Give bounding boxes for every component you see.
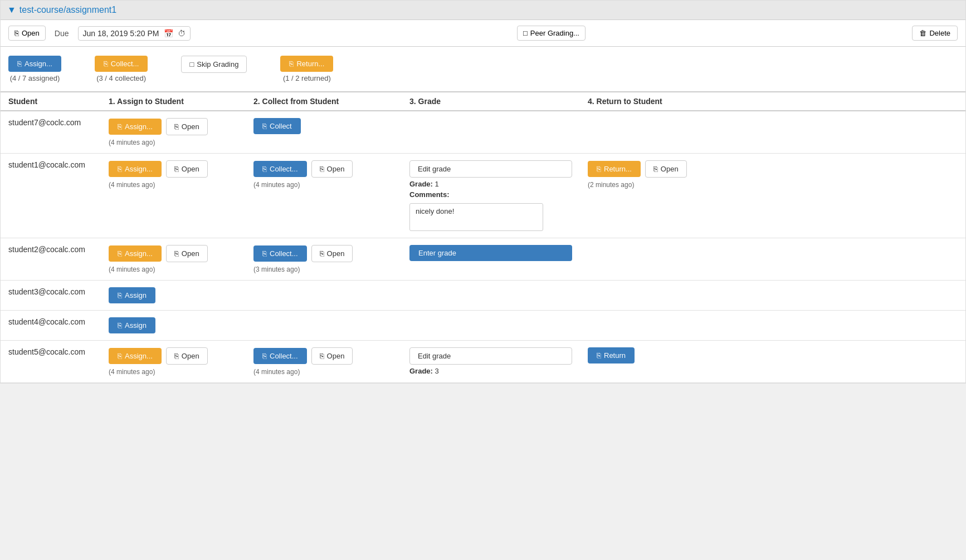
- assign-icon: ⎘: [118, 291, 122, 299]
- assign-button[interactable]: ⎘ Assign...: [109, 245, 162, 262]
- assign-button[interactable]: ⎘ Assign...: [109, 348, 162, 364]
- collect-time: (4 minutes ago): [253, 181, 394, 189]
- collect-button[interactable]: ⎘ Collect...: [253, 348, 307, 364]
- edit-grade-button[interactable]: Edit grade: [409, 160, 572, 178]
- assign-button[interactable]: ⎘ Assign...: [109, 119, 162, 135]
- breadcrumb-bar: ▼ test-course/assignment1: [1, 1, 965, 20]
- enter-grade-button[interactable]: Enter grade: [409, 245, 572, 261]
- grade-cell: Enter grade: [402, 238, 580, 281]
- open-button[interactable]: ⎘ Open: [8, 26, 46, 41]
- summary-return-sub: (1 / 2 returned): [283, 74, 331, 82]
- assign-cell: ⎘ Assign...⎘ Open(4 minutes ago): [101, 154, 246, 238]
- open-label: Open: [22, 29, 40, 37]
- collect-open-button[interactable]: ⎘ Open: [311, 245, 353, 262]
- assign-cell: ⎘ Assign: [101, 281, 246, 311]
- summary-return-button[interactable]: ⎘ Return...: [280, 56, 333, 72]
- toolbar-row: ⎘ Open Due Jun 18, 2019 5:20 PM 📅 ⏱ □ Pe…: [1, 20, 965, 47]
- open-icon: ⎘: [320, 352, 324, 360]
- collect-button[interactable]: ⎘ Collect: [253, 118, 301, 134]
- student-email: student2@cocalc.com: [1, 238, 101, 281]
- summary-assign-label: Assign...: [25, 60, 52, 68]
- due-label: Due: [55, 29, 69, 38]
- open-icon: ⎘: [174, 122, 179, 131]
- summary-assign-sub: (4 / 7 assigned): [10, 74, 60, 82]
- grade-value: Grade: 1: [409, 180, 572, 188]
- grade-cell: [402, 311, 580, 341]
- return-button[interactable]: ⎘ Return...: [588, 161, 641, 177]
- table-row: student1@cocalc.com⎘ Assign...⎘ Open(4 m…: [1, 154, 965, 238]
- return-icon: ⎘: [289, 60, 294, 68]
- grade-value: Grade: 3: [409, 367, 572, 375]
- table-row: student4@cocalc.com⎘ Assign: [1, 311, 965, 341]
- assign-open-button[interactable]: ⎘ Open: [166, 160, 208, 178]
- assign-icon: ⎘: [118, 165, 122, 173]
- collect-cell: [246, 311, 402, 341]
- assign-button[interactable]: ⎘ Assign: [109, 317, 155, 333]
- return-time: (2 minutes ago): [588, 181, 958, 189]
- open-icon: ⎘: [14, 29, 19, 37]
- peer-grading-button[interactable]: □ Peer Grading...: [517, 26, 586, 41]
- assign-time: (4 minutes ago): [109, 266, 238, 273]
- assign-cell: ⎘ Assign...⎘ Open(4 minutes ago): [101, 341, 246, 383]
- assign-open-button[interactable]: ⎘ Open: [166, 347, 208, 365]
- collect-button[interactable]: ⎘ Collect...: [253, 245, 307, 262]
- assign-cell: ⎘ Assign: [101, 311, 246, 341]
- collect-icon: ⎘: [104, 60, 108, 68]
- return-cell: ⎘ Return: [580, 341, 965, 383]
- summary-assign-button[interactable]: ⎘ Assign...: [8, 56, 61, 72]
- collect-cell: [246, 281, 402, 311]
- assign-open-button[interactable]: ⎘ Open: [166, 118, 208, 135]
- collect-open-button[interactable]: ⎘ Open: [311, 347, 353, 365]
- collect-cell: ⎘ Collect: [246, 111, 402, 154]
- collect-time: (4 minutes ago): [253, 368, 394, 376]
- assign-button[interactable]: ⎘ Assign...: [109, 161, 162, 177]
- return-open-button[interactable]: ⎘ Open: [645, 160, 687, 178]
- grade-cell: Edit gradeGrade: 3: [402, 341, 580, 383]
- return-cell: [580, 111, 965, 154]
- return-cell: [580, 281, 965, 311]
- summary-collect-col: ⎘ Collect... (3 / 4 collected): [95, 56, 148, 82]
- col-header-collect: 2. Collect from Student: [246, 92, 402, 111]
- assign-cell: ⎘ Assign...⎘ Open(4 minutes ago): [101, 238, 246, 281]
- collect-button[interactable]: ⎘ Collect...: [253, 161, 307, 177]
- assign-time: (4 minutes ago): [109, 368, 238, 376]
- assign-icon: ⎘: [17, 60, 22, 68]
- clock-icon[interactable]: ⏱: [178, 29, 186, 38]
- collect-icon: ⎘: [262, 165, 267, 173]
- edit-grade-button[interactable]: Edit grade: [409, 347, 572, 365]
- col-header-grade: 3. Grade: [402, 92, 580, 111]
- breadcrumb-arrow: ▼: [7, 5, 16, 15]
- col-header-assign: 1. Assign to Student: [101, 92, 246, 111]
- summary-collect-sub: (3 / 4 collected): [96, 74, 146, 82]
- open-icon: ⎘: [174, 249, 179, 258]
- students-table: Student 1. Assign to Student 2. Collect …: [1, 92, 965, 383]
- return-cell: [580, 238, 965, 281]
- return-cell: ⎘ Return...⎘ Open(2 minutes ago): [580, 154, 965, 238]
- calendar-icon[interactable]: 📅: [164, 29, 173, 38]
- col-header-return: 4. Return to Student: [580, 92, 965, 111]
- summary-collect-label: Collect...: [111, 60, 139, 68]
- delete-button[interactable]: 🗑 Delete: [912, 26, 958, 41]
- summary-collect-button[interactable]: ⎘ Collect...: [95, 56, 148, 72]
- due-date-value: Jun 18, 2019 5:20 PM: [83, 29, 159, 38]
- skip-grading-button[interactable]: □ Skip Grading: [181, 56, 247, 73]
- return-icon: ⎘: [597, 351, 601, 360]
- collect-open-button[interactable]: ⎘ Open: [311, 160, 353, 178]
- collect-icon: ⎘: [262, 352, 267, 360]
- summary-assign-col: ⎘ Assign... (4 / 7 assigned): [8, 56, 61, 82]
- return-button[interactable]: ⎘ Return: [588, 347, 635, 363]
- collect-cell: ⎘ Collect...⎘ Open(4 minutes ago): [246, 154, 402, 238]
- table-row: student7@coclc.com⎘ Assign...⎘ Open(4 mi…: [1, 111, 965, 154]
- col-header-student: Student: [1, 92, 101, 111]
- summary-skip-col: □ Skip Grading: [181, 56, 247, 73]
- skip-checkbox-icon: □: [189, 60, 194, 68]
- skip-grading-label: Skip Grading: [197, 60, 238, 68]
- table-row: student3@cocalc.com⎘ Assign: [1, 281, 965, 311]
- assign-open-button[interactable]: ⎘ Open: [166, 245, 208, 262]
- assign-button[interactable]: ⎘ Assign: [109, 287, 155, 303]
- delete-label: Delete: [929, 29, 950, 37]
- due-date-field[interactable]: Jun 18, 2019 5:20 PM 📅 ⏱: [78, 26, 191, 41]
- collect-cell: ⎘ Collect...⎘ Open(4 minutes ago): [246, 341, 402, 383]
- collect-cell: ⎘ Collect...⎘ Open(3 minutes ago): [246, 238, 402, 281]
- comments-label: Comments:: [409, 190, 572, 199]
